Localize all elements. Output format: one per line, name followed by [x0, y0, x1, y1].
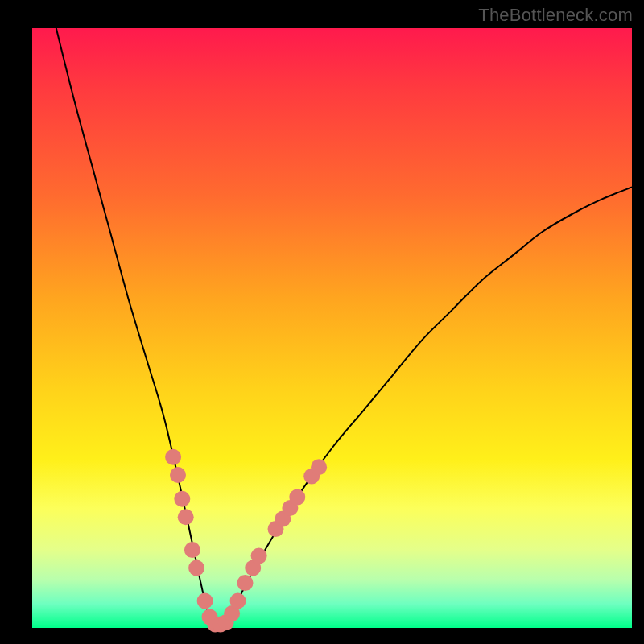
data-marker: [184, 542, 200, 558]
data-marker: [178, 509, 194, 525]
data-marker: [289, 489, 305, 506]
chart-svg: [32, 28, 632, 628]
plot-area: [32, 28, 632, 628]
data-marker: [311, 459, 327, 475]
data-marker: [197, 593, 213, 609]
data-marker: [170, 467, 186, 483]
data-marker: [230, 593, 246, 609]
data-marker: [174, 491, 190, 507]
curve-layer: [56, 28, 632, 628]
bottleneck-curve: [56, 28, 632, 628]
data-marker: [165, 449, 181, 465]
chart-frame: TheBottleneck.com: [0, 0, 644, 644]
watermark-text: TheBottleneck.com: [478, 5, 633, 26]
data-marker: [251, 548, 267, 564]
data-marker: [237, 575, 254, 591]
marker-layer: [165, 449, 327, 633]
data-marker: [188, 560, 204, 576]
